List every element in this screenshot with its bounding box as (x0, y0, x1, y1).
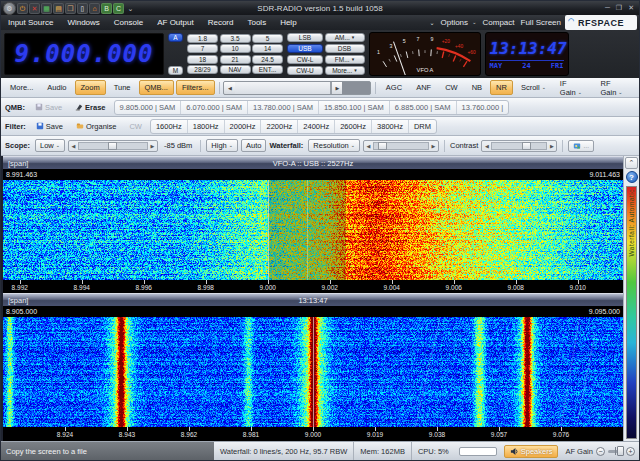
tools-icon[interactable]: ✕ (29, 3, 40, 14)
waterfall-color-legend[interactable]: Waterfall: Automatic (626, 186, 637, 439)
filter-width-2400hz[interactable]: 2400Hz (298, 120, 335, 133)
qmb-save-button[interactable]: Save (30, 98, 67, 116)
slider-right-arrow-icon[interactable]: ▶ (547, 143, 556, 149)
qmb-erase-button[interactable]: Erase (70, 98, 110, 116)
filter-organise-button[interactable]: Organise (71, 117, 121, 135)
panel2-span-menu[interactable]: [span] (3, 296, 33, 305)
slider-thumb[interactable] (522, 142, 531, 150)
scroll-right-arrow-icon[interactable]: ▶ (331, 82, 342, 94)
slider-right-arrow-icon[interactable]: ▶ (148, 143, 157, 149)
waterfall-resolution-slider[interactable]: ◀ ▶ (363, 140, 439, 152)
qmb-entry-0[interactable]: 9.805.000 | SAM (115, 101, 182, 114)
mode-button-cw-l[interactable]: CW-L (287, 55, 323, 65)
filter-save-button[interactable]: Save (31, 117, 68, 135)
slider-left-arrow-icon[interactable]: ◀ (482, 143, 491, 149)
minimize-button[interactable]: ─ (605, 4, 610, 12)
mode-button-am[interactable]: AM...▾ (325, 33, 365, 43)
keypad-button-3.5[interactable]: 3.5 (220, 34, 251, 43)
power-icon[interactable]: ⏻ (17, 3, 28, 14)
compact-button[interactable]: Compact (483, 18, 515, 27)
qmb-entry-1[interactable]: 6.070.000 | SAM (181, 101, 248, 114)
app-logo-icon[interactable]: ⚙ (3, 2, 16, 15)
mode-button-more[interactable]: More...▾ (325, 66, 365, 76)
waterfall-resolution-dropdown[interactable]: Resolution⌄ (308, 139, 360, 152)
tuning-scrollbar[interactable]: ◀ ▶ (223, 81, 370, 95)
keypad-button-28-29[interactable]: 28/29 (187, 65, 218, 74)
dsp-button-anf[interactable]: ANF (410, 80, 437, 95)
mode-button-cw-u[interactable]: CW-U (287, 66, 323, 76)
toolbar-button-filters[interactable]: Filters... (176, 80, 215, 95)
keypad-button-ent...[interactable]: ENT... (252, 65, 283, 74)
vfo-a-button[interactable]: A (168, 33, 183, 42)
keypad-button-7[interactable]: 7 (187, 44, 218, 53)
keypad-button-24.5[interactable]: 24.5 (252, 55, 283, 64)
filter-width-drm[interactable]: DRM (409, 120, 436, 133)
slider-left-arrow-icon[interactable]: ◀ (69, 143, 78, 149)
dsp-button-cw[interactable]: CW (439, 80, 464, 95)
toolbar-button-audio[interactable]: Audio (41, 80, 72, 95)
waterfall-wideband[interactable] (3, 317, 623, 427)
af-gain-slider[interactable] (608, 450, 623, 453)
qmb-entry-3[interactable]: 15.850.100 | SAM (319, 101, 390, 114)
dsp-button-agc[interactable]: AGC (380, 80, 408, 95)
maximize-button[interactable]: ❐ (616, 4, 622, 12)
dsp-button-nb[interactable]: NB (466, 80, 488, 95)
scope-high-dropdown[interactable]: High⌄ (206, 139, 238, 152)
speakers-button[interactable]: Speakers (504, 445, 559, 458)
slider-track[interactable] (78, 142, 148, 150)
af-gain-thumb[interactable] (617, 446, 624, 456)
menu-item-input-source[interactable]: Input Source (1, 15, 60, 30)
slider-thumb[interactable] (108, 142, 117, 150)
dropdown-rf-gain[interactable]: RF Gain⌄ (594, 76, 636, 100)
af-gain-plus-button[interactable]: + (626, 447, 635, 456)
scrollbar-thumb[interactable] (235, 82, 331, 94)
af-gain-minus-button[interactable]: − (596, 447, 605, 456)
slider-right-arrow-icon[interactable]: ▶ (429, 143, 438, 149)
document-icon[interactable]: ▯ (77, 3, 88, 14)
menu-item-af-output[interactable]: AF Output (150, 15, 200, 30)
keypad-button-nav[interactable]: NAV (220, 65, 251, 74)
menu-item-windows[interactable]: Windows (60, 15, 106, 30)
dsp-button-nr[interactable]: NR (490, 80, 513, 95)
menu-item-record[interactable]: Record (201, 15, 241, 30)
memory-button[interactable]: M (168, 66, 183, 75)
slider-thumb[interactable] (378, 142, 387, 150)
filter-cw-button[interactable]: CW (124, 117, 147, 135)
toolbar-button-zoom[interactable]: Zoom (75, 80, 106, 95)
c-button-icon[interactable]: C (113, 3, 124, 14)
contacts-icon[interactable]: ❒ (65, 3, 76, 14)
keypad-button-14[interactable]: 14 (252, 44, 283, 53)
scope-low-dropdown[interactable]: Low⌄ (35, 139, 65, 152)
slider-track[interactable] (491, 142, 547, 150)
mode-button-lsb[interactable]: LSB (287, 33, 323, 43)
options-menu[interactable]: Options ⌄ (441, 18, 477, 27)
collapse-panel-button[interactable]: ⌃ (625, 157, 638, 169)
toolbar-button-tune[interactable]: Tune (108, 80, 137, 95)
panel1-span-menu[interactable]: [span] (3, 159, 33, 168)
fullscreen-button[interactable]: Full Screen (521, 18, 561, 27)
menu-overflow-chevron-icon[interactable]: ⌄ (429, 19, 434, 26)
keypad-button-10[interactable]: 10 (220, 44, 251, 53)
mode-button-usb[interactable]: USB (287, 44, 323, 54)
filter-width-3800hz[interactable]: 3800Hz (372, 120, 409, 133)
qmb-entry-2[interactable]: 13.780.000 | SAM (248, 101, 319, 114)
filter-width-1800hz[interactable]: 1800Hz (188, 120, 225, 133)
filter-width-2600hz[interactable]: 2600Hz (335, 120, 372, 133)
scope-auto-button[interactable]: Auto (241, 139, 266, 152)
close-button[interactable]: ✕ (628, 4, 634, 12)
filter-width-1600hz[interactable]: 1600Hz (151, 120, 188, 133)
dropdown-scroll[interactable]: Scroll⌄ (515, 80, 552, 95)
mode-button-dsb[interactable]: DSB (325, 44, 365, 54)
slider-track[interactable] (373, 142, 429, 150)
menu-item-tools[interactable]: Tools (240, 15, 273, 30)
b-button-icon[interactable]: B (101, 3, 112, 14)
keypad-button-5[interactable]: 5 (252, 34, 283, 43)
screenshot-button[interactable]: … (568, 140, 594, 152)
keypad-button-21[interactable]: 21 (220, 55, 251, 64)
frequency-display[interactable]: 9.000.000 (4, 33, 164, 75)
qmb-entry-5[interactable]: 13.760.000 | (457, 101, 509, 114)
slider-left-arrow-icon[interactable]: ◀ (364, 143, 373, 149)
dropdown-if-gain[interactable]: IF Gain⌄ (554, 76, 593, 100)
display-icon[interactable]: ▦ (41, 3, 52, 14)
toolbar-button-qmb[interactable]: QMB... (139, 80, 174, 95)
